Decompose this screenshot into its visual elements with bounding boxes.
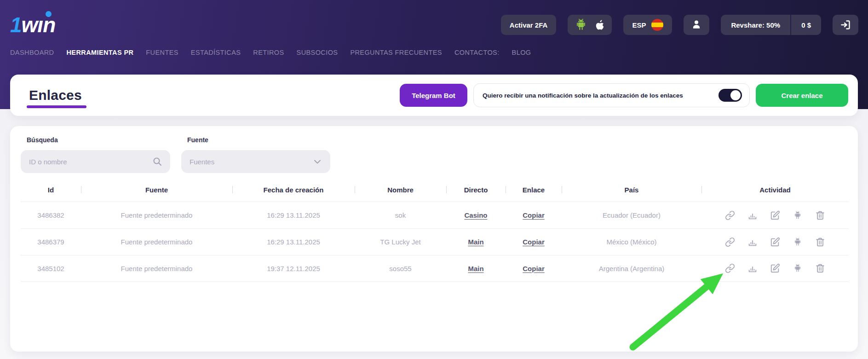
nav-item-herramientas-pr[interactable]: HERRAMIENTAS PR (66, 49, 133, 56)
telegram-bot-button[interactable]: Telegram Bot (400, 84, 467, 107)
stats-icon[interactable] (747, 210, 758, 220)
col-header-pais: País (562, 186, 701, 194)
nav-item-fuentes[interactable]: FUENTES (146, 49, 178, 56)
col-header-fuente: Fuente (81, 186, 232, 194)
language-selector[interactable]: ESP (623, 15, 672, 35)
source-select[interactable]: Fuentes (181, 150, 330, 173)
page: 1wın Activar 2FA (0, 0, 868, 359)
balance-amount: 0 $ (791, 15, 821, 35)
apple-icon (592, 18, 605, 31)
delete-icon[interactable] (815, 263, 825, 273)
delete-icon[interactable] (815, 210, 825, 220)
cell-actions (701, 237, 849, 247)
revshare-badge: Revshare: 50% (721, 15, 790, 35)
nav-item-blog[interactable]: BLOG (512, 49, 531, 56)
activate-2fa-label: Activar 2FA (510, 21, 548, 29)
cell-id: 3486382 (21, 211, 81, 219)
delete-icon[interactable] (815, 237, 825, 247)
stats-icon[interactable] (747, 237, 758, 247)
nav-item-contactos[interactable]: CONTACTOS: (454, 49, 500, 56)
directo-link[interactable]: Casino (464, 211, 487, 219)
nav-item-estadisticas[interactable]: ESTADÍSTICAS (191, 49, 241, 56)
copy-link[interactable]: Copiar (523, 265, 545, 272)
create-link-button[interactable]: Crear enlace (756, 84, 848, 107)
chevron-down-icon (312, 156, 323, 169)
cell-nombre: TG Lucky Jet (355, 238, 446, 246)
table-row: 3485102 Fuente predeterminado 19:37 12.1… (21, 255, 849, 282)
copy-link[interactable]: Copiar (523, 211, 545, 219)
link-icon[interactable] (725, 237, 735, 247)
col-header-directo: Directo (446, 186, 506, 194)
android-icon[interactable] (793, 210, 803, 220)
android-icon[interactable] (793, 237, 803, 247)
col-header-fecha: Fecha de creación (232, 186, 355, 194)
page-title: Enlaces (29, 87, 82, 103)
source-label: Fuente (187, 136, 330, 144)
edit-icon[interactable] (770, 237, 780, 247)
logo-digit: 1 (10, 13, 22, 37)
search-icon (152, 156, 163, 169)
nav-item-retiros[interactable]: RETIROS (253, 49, 284, 56)
notification-toggle[interactable] (719, 89, 742, 102)
source-filter-group: Fuente Fuentes (181, 136, 330, 173)
android-icon (574, 18, 588, 32)
toggle-knob (730, 90, 741, 100)
search-label: Búsqueda (27, 136, 170, 144)
links-card: Búsqueda Fuente Fuentes (10, 126, 858, 352)
notification-label: Quiero recibir una notificación sobre la… (483, 92, 683, 99)
cell-pais: Ecuador (Ecuador) (562, 211, 701, 219)
notification-setting: Quiero recibir una notificación sobre la… (473, 83, 750, 107)
cell-actions (701, 263, 849, 273)
toolbar-actions: Telegram Bot Quiero recibir una notifica… (400, 83, 848, 107)
logout-icon (840, 19, 851, 30)
top-bar: 1wın Activar 2FA (10, 11, 858, 39)
col-header-enlace: Enlace (506, 186, 562, 194)
table-header-row: Id Fuente Fecha de creación Nombre Direc… (21, 178, 849, 202)
toolbar-card: Enlaces Telegram Bot Quiero recibir una … (10, 75, 858, 116)
nav-item-dashboard[interactable]: DASHBOARD (10, 49, 54, 56)
directo-link[interactable]: Main (468, 238, 483, 246)
user-icon (690, 19, 702, 31)
balance-pill[interactable]: Revshare: 50% 0 $ (721, 15, 821, 35)
col-header-actividad: Actividad (701, 186, 849, 194)
language-label: ESP (632, 21, 646, 29)
cell-nombre: sok (355, 211, 446, 219)
android-icon[interactable] (793, 263, 803, 273)
brand-logo[interactable]: 1wın (10, 12, 55, 38)
edit-icon[interactable] (770, 263, 780, 273)
link-icon[interactable] (725, 263, 735, 273)
cell-pais: México (México) (562, 238, 701, 246)
cell-id: 3485102 (21, 265, 81, 272)
nav-item-subsocios[interactable]: SUBSOCIOS (297, 49, 338, 56)
top-bar-actions: Activar 2FA (501, 15, 858, 35)
cell-fecha: 16:29 13.11.2025 (232, 238, 355, 246)
cell-pais: Argentina (Argentina) (562, 265, 701, 272)
cell-fuente: Fuente predeterminado (81, 238, 232, 246)
cell-actions (701, 210, 849, 220)
cell-id: 3486379 (21, 238, 81, 246)
cell-fuente: Fuente predeterminado (81, 211, 232, 219)
main-nav: DASHBOARD HERRAMIENTAS PR FUENTES ESTADÍ… (10, 49, 531, 56)
nav-item-preguntas-frecuentes[interactable]: PREGUNTAS FRECUENTES (350, 49, 442, 56)
cell-fuente: Fuente predeterminado (81, 265, 232, 272)
cell-fecha: 16:29 13.11.2025 (232, 211, 355, 219)
edit-icon[interactable] (770, 210, 780, 220)
logout-button[interactable] (833, 15, 858, 35)
table-row: 3486382 Fuente predeterminado 16:29 13.1… (21, 202, 849, 228)
col-header-nombre: Nombre (355, 186, 446, 194)
profile-button[interactable] (684, 15, 709, 35)
source-select-value: Fuentes (190, 158, 214, 166)
cell-nombre: soso55 (355, 265, 446, 272)
logo-dot (46, 11, 52, 17)
search-filter-group: Búsqueda (21, 136, 170, 173)
link-icon[interactable] (725, 210, 735, 220)
activate-2fa-button[interactable]: Activar 2FA (501, 15, 557, 35)
table-row: 3486379 Fuente predeterminado 16:29 13.1… (21, 228, 849, 255)
search-input[interactable] (21, 150, 170, 173)
directo-link[interactable]: Main (468, 265, 483, 272)
links-table: Id Fuente Fecha de creación Nombre Direc… (21, 178, 849, 282)
cell-fecha: 19:37 12.11.2025 (232, 265, 355, 272)
copy-link[interactable]: Copiar (523, 238, 545, 246)
stats-icon[interactable] (747, 263, 758, 273)
app-download-button[interactable] (568, 15, 612, 35)
